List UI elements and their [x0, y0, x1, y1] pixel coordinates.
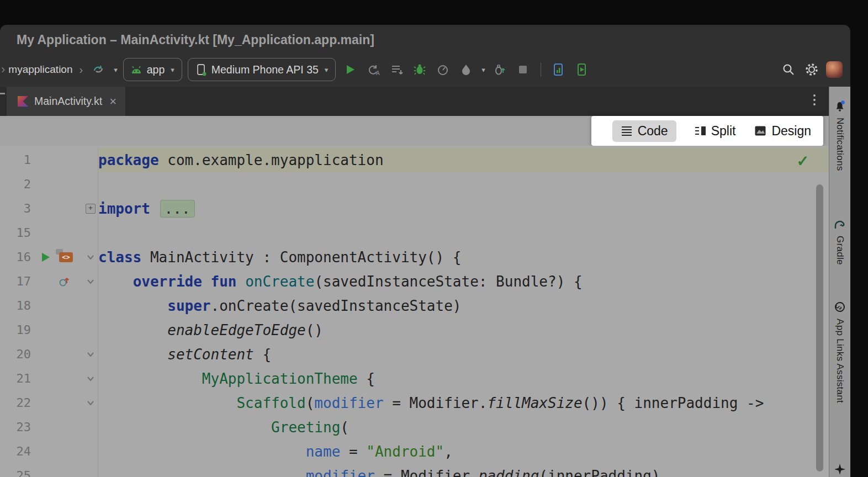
line-number: 21 — [0, 367, 31, 391]
device-selector[interactable]: Medium Phone API 35 ▾ — [188, 58, 336, 81]
line-number: 1 — [0, 148, 31, 172]
debug-button[interactable] — [411, 61, 428, 78]
line-number: 20 — [0, 342, 31, 367]
code-text[interactable]: package com.example.myapplication — [98, 148, 829, 172]
gutter: 16<> — [0, 245, 98, 269]
fold-marker[interactable] — [84, 245, 97, 269]
mode-code-label: Code — [638, 124, 668, 139]
kotlin-file-icon — [18, 96, 28, 107]
code-text[interactable] — [98, 221, 829, 245]
code-text[interactable]: Greeting( — [98, 415, 829, 439]
line-number: 22 — [0, 391, 31, 415]
line-number: 17 — [0, 269, 31, 294]
module-selector[interactable]: app ▾ — [123, 58, 182, 81]
fold-marker[interactable] — [84, 367, 97, 391]
android-icon — [131, 66, 142, 74]
code-text[interactable]: import ... — [98, 197, 829, 221]
gradle-sync-button[interactable] — [89, 61, 107, 78]
profiler-tasks-button[interactable] — [457, 61, 475, 78]
code-text[interactable]: enableEdgeToEdge() — [98, 318, 829, 342]
gutter: 23 — [0, 415, 98, 439]
override-gutter-icon[interactable] — [59, 275, 71, 288]
code-text[interactable]: MyApplicationTheme { — [98, 367, 829, 391]
code-view-icon — [621, 125, 633, 136]
gutter: 1 — [0, 148, 98, 172]
tool-button-gemini[interactable] — [829, 463, 850, 475]
rerun-with-coverage-button[interactable]: A — [364, 61, 382, 78]
tool-label-notifications: Notifications — [834, 118, 845, 171]
editor-scrollbar[interactable] — [816, 184, 823, 471]
editor-column: MainActivity.kt × Code Split — [0, 87, 829, 477]
stop-button[interactable] — [514, 61, 532, 78]
code-line: 3+import ... — [0, 197, 829, 221]
svg-text:A: A — [376, 70, 380, 76]
code-editor[interactable]: 1package com.example.myapplication23+imp… — [0, 146, 829, 477]
run-button[interactable] — [341, 61, 359, 78]
editor-mode-toolbar: Code Split Design — [0, 116, 829, 146]
code-line: 2 — [0, 172, 829, 197]
fold-marker — [84, 415, 97, 439]
run-gutter-icon[interactable] — [40, 252, 51, 263]
code-line: 24 name = "Android", — [0, 439, 829, 464]
line-number: 19 — [0, 318, 31, 342]
tool-button-app-links-assistant[interactable]: App Links Assistant — [829, 301, 850, 403]
fold-marker[interactable] — [84, 391, 97, 415]
code-line: 1package com.example.myapplication — [0, 148, 829, 172]
mode-split-button[interactable]: Split — [693, 120, 737, 142]
code-text[interactable]: modifier = Modifier.padding(innerPadding… — [98, 464, 829, 477]
chevron-down-icon[interactable]: ▾ — [481, 66, 485, 74]
fold-marker[interactable]: + — [84, 197, 97, 221]
mode-code-button[interactable]: Code — [612, 120, 676, 142]
code-text[interactable]: super.onCreate(savedInstanceState) — [98, 294, 829, 318]
code-text[interactable]: name = "Android", — [98, 439, 829, 464]
code-line: 23 Greeting( — [0, 415, 829, 439]
fold-marker — [84, 439, 97, 464]
code-text[interactable]: class MainActivity : ComponentActivity()… — [98, 245, 829, 269]
code-line: 15 — [0, 221, 829, 245]
gutter: 17 — [0, 269, 98, 294]
fold-marker[interactable] — [84, 269, 97, 294]
project-breadcrumb[interactable]: myapplication — [8, 63, 72, 76]
mode-split-label: Split — [711, 124, 736, 139]
sparkle-icon — [834, 463, 846, 475]
tab-close-icon[interactable]: × — [109, 94, 117, 109]
user-avatar[interactable] — [826, 61, 843, 78]
code-text[interactable] — [98, 172, 829, 197]
code-text[interactable]: Scaffold(modifier = Modifier.fillMaxSize… — [98, 391, 829, 415]
line-number: 15 — [0, 221, 31, 245]
inspections-ok-check-icon[interactable]: ✓ — [796, 152, 809, 170]
gutter: 2 — [0, 172, 98, 197]
tab-options-kebab-icon[interactable] — [813, 94, 816, 105]
line-number: 24 — [0, 439, 31, 464]
chevron-right-icon: › — [80, 63, 83, 76]
code-text[interactable]: setContent { — [98, 342, 829, 367]
tool-button-gradle[interactable]: Gradle — [829, 218, 850, 265]
code-lines: 1package com.example.myapplication23+imp… — [0, 148, 829, 477]
attach-debugger-button[interactable] — [491, 61, 509, 78]
apply-changes-button[interactable] — [388, 61, 405, 78]
left-stripe-handle[interactable] — [0, 93, 5, 94]
compose-gutter-icon[interactable]: <> — [55, 245, 73, 269]
settings-gear-icon[interactable] — [803, 61, 821, 78]
tool-button-notifications[interactable]: Notifications — [829, 100, 850, 171]
device-manager-button[interactable] — [550, 61, 568, 78]
window-title: My Application – MainActivity.kt [My_App… — [17, 33, 374, 47]
fold-marker — [84, 294, 97, 318]
running-devices-button[interactable] — [573, 61, 591, 78]
search-everywhere-button[interactable] — [780, 61, 797, 78]
line-number: 3 — [0, 197, 31, 221]
line-number: 23 — [0, 415, 31, 439]
mode-design-button[interactable]: Design — [753, 120, 812, 142]
code-text[interactable]: override fun onCreate(savedInstanceState… — [98, 269, 829, 294]
breadcrumb-edge-chevron-icon: › — [1, 62, 5, 77]
editor-tab-bar: MainActivity.kt × — [0, 87, 829, 116]
fold-marker[interactable] — [84, 342, 97, 367]
line-number: 16 — [0, 245, 31, 269]
gutter: 25 — [0, 464, 98, 477]
gutter: 3+ — [0, 197, 98, 221]
tab-mainactivity[interactable]: MainActivity.kt × — [7, 87, 125, 116]
chevron-down-icon[interactable]: ▾ — [114, 66, 118, 74]
fold-marker — [84, 148, 97, 172]
profile-app-button[interactable] — [434, 61, 452, 78]
line-number: 2 — [0, 172, 31, 197]
